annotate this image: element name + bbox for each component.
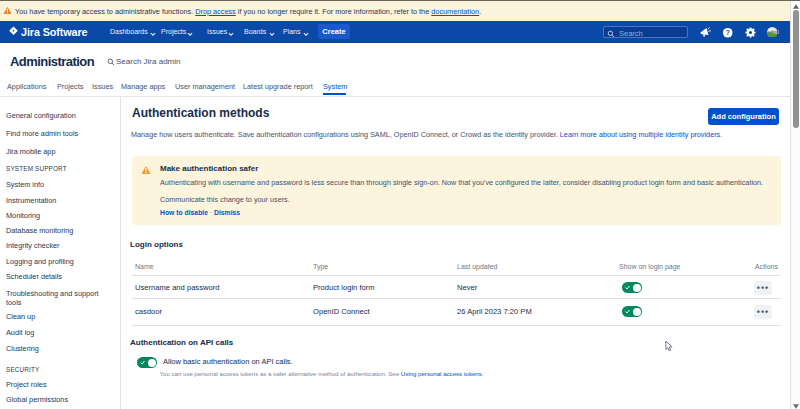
svg-text:?: ? bbox=[725, 29, 729, 36]
